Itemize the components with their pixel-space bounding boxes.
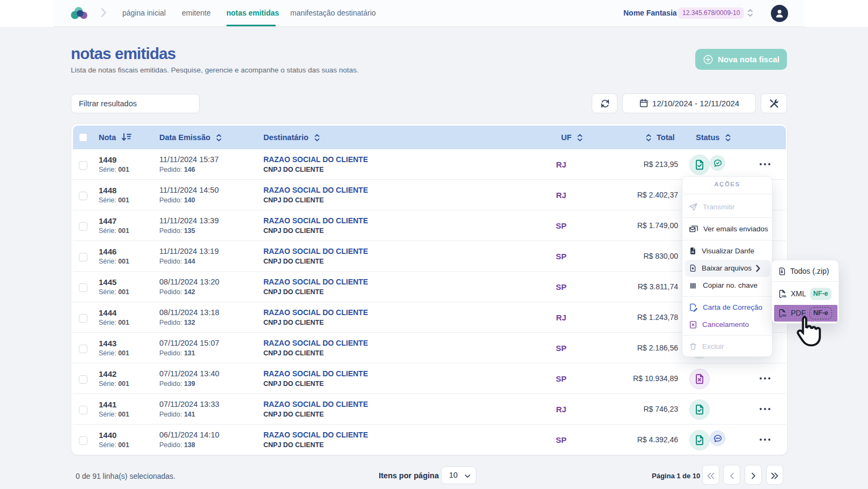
svg-text:PDF: PDF bbox=[782, 314, 786, 317]
svg-text:XML: XML bbox=[782, 295, 787, 297]
